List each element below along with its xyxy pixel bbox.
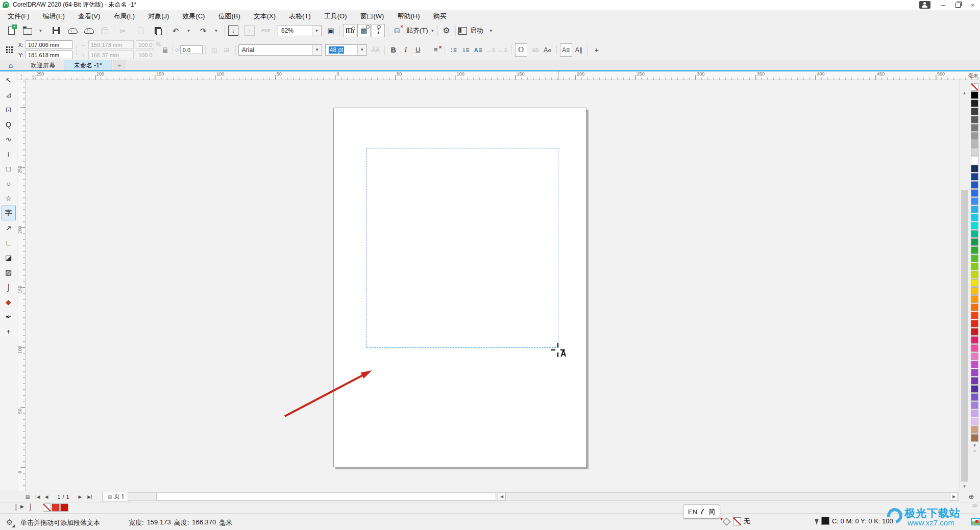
home-tab[interactable]: ⌂	[0, 60, 21, 70]
color-swatch[interactable]	[971, 287, 978, 295]
minimize-button[interactable]: ─	[936, 0, 950, 10]
ellipse-tool[interactable]: ○	[2, 176, 16, 191]
show-guidelines-toggle[interactable]	[372, 24, 385, 37]
color-swatch[interactable]	[971, 426, 978, 434]
chevron-down-icon[interactable]: ▼	[357, 45, 366, 55]
close-button[interactable]: ×	[965, 0, 980, 10]
color-swatch[interactable]	[971, 320, 978, 327]
color-swatch[interactable]	[971, 238, 978, 246]
scroll-left-icon[interactable]: ◀	[498, 493, 506, 500]
color-swatch[interactable]	[971, 369, 978, 376]
launch-button[interactable]: 启动	[458, 24, 484, 37]
color-swatch[interactable]	[971, 157, 978, 164]
palette-drag-handle[interactable]	[15, 504, 17, 511]
color-swatch[interactable]	[971, 295, 978, 303]
transparency-tool[interactable]: ▨	[2, 265, 16, 280]
text-properties-button[interactable]: A⚙	[542, 44, 553, 56]
redo-button[interactable]: ↷	[197, 24, 209, 37]
horizontal-text-button[interactable]: A≡	[560, 43, 572, 57]
drop-shadow-tool[interactable]: ◪	[2, 250, 16, 265]
tab-untitled-document[interactable]: 未命名 -1*	[65, 60, 112, 70]
vertical-scroll-thumb[interactable]	[961, 190, 968, 482]
color-swatch[interactable]	[971, 189, 978, 197]
font-size-combo[interactable]: 48 pt ▼	[325, 44, 367, 56]
page-1-tab[interactable]: ▤ 页 1	[102, 492, 130, 501]
color-swatch[interactable]	[971, 230, 978, 238]
menu-item-0[interactable]: 文件(F)	[1, 10, 36, 22]
previous-page-button[interactable]: ◀	[43, 492, 50, 501]
new-document-tab-button[interactable]: +	[113, 60, 126, 70]
color-swatch[interactable]	[971, 116, 978, 123]
status-gear-icon[interactable]: ⚙	[6, 518, 13, 527]
vertical-ruler[interactable]: 250200150100500	[17, 80, 26, 491]
menu-item-1[interactable]: 编辑(E)	[36, 10, 71, 22]
font-family-combo[interactable]: Arial ▼	[238, 44, 322, 56]
color-swatch[interactable]	[971, 197, 978, 205]
paragraph-text-frame[interactable]	[366, 148, 558, 348]
palette-flyout-icon[interactable]: ▶	[20, 504, 24, 509]
no-color-swatch[interactable]	[971, 83, 978, 91]
artistic-media-tool[interactable]: ≀	[2, 146, 16, 161]
menu-item-12[interactable]: 购买	[426, 10, 453, 22]
color-swatch[interactable]	[971, 108, 978, 115]
polygon-tool[interactable]: ☆	[2, 191, 16, 206]
color-swatch[interactable]	[971, 279, 978, 287]
chevron-down-icon[interactable]: ▼	[312, 45, 322, 55]
menu-item-9[interactable]: 工具(O)	[317, 10, 354, 22]
color-swatch[interactable]	[971, 255, 978, 262]
freehand-tool[interactable]: ∿	[2, 132, 16, 146]
color-swatch[interactable]	[971, 434, 978, 442]
ime-language-badge[interactable]: EN 简	[683, 504, 720, 519]
color-swatch[interactable]	[971, 99, 978, 107]
horizontal-scrollbar[interactable]: ◀ ▶	[128, 492, 959, 501]
menu-item-3[interactable]: 布局(L)	[107, 10, 141, 22]
chevron-down-icon[interactable]: ▼	[312, 26, 321, 36]
interactive-fill-tool[interactable]: ◆	[2, 294, 16, 309]
undo-dropdown[interactable]: ▼	[182, 24, 194, 37]
parallel-dimension-tool[interactable]: ↗	[2, 220, 16, 235]
open-button[interactable]	[21, 24, 34, 37]
color-swatch[interactable]	[971, 336, 978, 344]
save-button[interactable]	[50, 24, 62, 37]
show-grid-toggle[interactable]: ▦	[357, 24, 371, 37]
text-alignment-button[interactable]: ≡×	[430, 44, 442, 56]
redo-dropdown[interactable]: ▼	[209, 24, 222, 37]
cloud-upload-button[interactable]: ↑	[83, 24, 95, 37]
zoom-tool[interactable]: Q	[2, 117, 16, 132]
palette-expand-icon[interactable]: «	[973, 449, 975, 453]
add-tool-button[interactable]: +	[2, 324, 16, 339]
no-color-swatch[interactable]	[43, 503, 51, 512]
color-swatch[interactable]	[971, 344, 978, 352]
color-swatch[interactable]	[971, 206, 978, 213]
menu-item-6[interactable]: 位图(B)	[211, 10, 247, 22]
color-swatch[interactable]	[971, 304, 978, 311]
color-swatch[interactable]	[971, 132, 978, 140]
snap-to-button[interactable]: 贴齐(T)▼	[405, 24, 435, 37]
palette-scroll-down-icon[interactable]: ▼	[973, 443, 977, 448]
color-swatch[interactable]	[971, 263, 978, 270]
color-swatch[interactable]	[971, 410, 978, 417]
color-swatch[interactable]	[971, 271, 978, 279]
customize-propbar-button[interactable]: +	[591, 44, 602, 56]
zoom-tool-corner-icon[interactable]: ⊕	[967, 492, 976, 501]
undo-button[interactable]: ↶	[169, 24, 182, 37]
menu-item-2[interactable]: 查看(V)	[71, 10, 107, 22]
restore-button[interactable]	[950, 0, 965, 10]
outline-pen-tool[interactable]: ✒	[2, 309, 16, 324]
text-tool[interactable]: 字	[2, 206, 16, 220]
color-eyedropper-tool[interactable]: ⌡	[2, 280, 16, 294]
color-swatch[interactable]	[971, 214, 978, 221]
rotation-angle-field[interactable]: 0.0	[180, 45, 203, 54]
crop-tool[interactable]: ⊡	[2, 102, 16, 117]
new-document-button[interactable]: +	[5, 24, 17, 37]
tab-welcome-screen[interactable]: 欢迎屏幕	[21, 60, 65, 70]
horizontal-scroll-thumb[interactable]	[156, 493, 496, 500]
eyedropper-icon[interactable]: ⌡	[29, 503, 33, 511]
color-swatch[interactable]	[971, 328, 978, 336]
color-swatch[interactable]	[971, 361, 978, 368]
menu-item-10[interactable]: 窗口(W)	[353, 10, 390, 22]
underline-button[interactable]: U	[412, 44, 424, 56]
color-swatch[interactable]	[971, 401, 978, 409]
menu-item-11[interactable]: 帮助(H)	[390, 10, 426, 22]
text-outline-button[interactable]: O	[515, 43, 527, 57]
